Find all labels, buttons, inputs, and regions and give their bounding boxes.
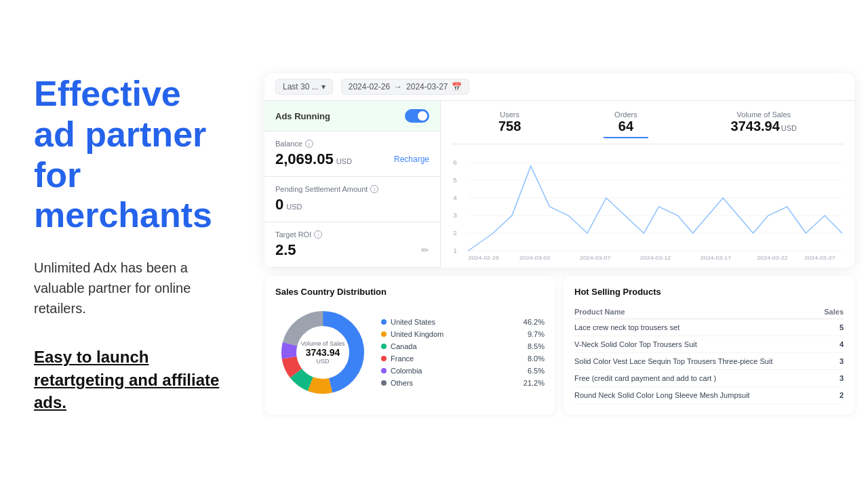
legend-name: Canada xyxy=(381,342,528,350)
pending-label: Pending Settlement Amount i xyxy=(275,185,429,193)
donut-chart: Volume of Sales 3743.94 USD xyxy=(275,305,370,400)
stat-volume: Volume of Sales 3743.94 USD xyxy=(720,108,808,138)
top-bar: Last 30 ... ▾ 2024-02-26 → 2024-03-27 📅 xyxy=(264,73,854,101)
left-panel: Effective ad partner for merchants Unlim… xyxy=(0,47,258,441)
recharge-button[interactable]: Recharge xyxy=(394,155,429,164)
legend-pct: 8.5% xyxy=(528,342,545,350)
product-sales: 4 xyxy=(819,336,844,353)
legend-dot xyxy=(381,380,387,386)
table-row: Free (credit card payment and add to car… xyxy=(574,370,844,387)
target-roi-label: Target ROI i xyxy=(275,230,429,239)
col-sales-header: Sales xyxy=(819,305,844,319)
distribution-legend: United States 46.2% United Kingdom 9.7% … xyxy=(381,318,545,387)
legend-dot xyxy=(381,331,387,337)
ads-running-bar: Ads Running xyxy=(264,101,440,131)
chevron-down-icon: ▾ xyxy=(321,82,326,92)
edit-icon[interactable]: ✏ xyxy=(421,245,429,256)
svg-text:2024-03-27: 2024-03-27 xyxy=(804,254,835,260)
balance-info-icon[interactable]: i xyxy=(305,140,313,148)
donut-label-text: Volume of Sales xyxy=(300,340,344,347)
svg-text:2024-02-26: 2024-02-26 xyxy=(468,254,499,260)
legend-item: Canada 8.5% xyxy=(381,342,545,350)
date-from: 2024-02-26 xyxy=(349,82,390,92)
users-value: 758 xyxy=(498,119,521,134)
line-chart: 6 5 4 3 2 1 xyxy=(452,152,844,261)
legend-dot xyxy=(381,368,387,373)
hot-products-card: Hot Selling Products Product Name Sales … xyxy=(564,276,854,415)
target-roi-info-icon[interactable]: i xyxy=(314,230,322,239)
legend-name: Colombia xyxy=(381,367,528,375)
product-name: V-Neck Solid Color Top Trousers Suit xyxy=(574,336,819,353)
legend-pct: 9.7% xyxy=(528,330,545,338)
bottom-section: Sales Country Distribution xyxy=(264,276,854,415)
dashboard-card: Last 30 ... ▾ 2024-02-26 → 2024-03-27 📅 … xyxy=(264,73,854,268)
orders-label: Orders xyxy=(614,110,637,119)
legend-dot xyxy=(381,356,387,361)
pending-value: 0 USD xyxy=(275,196,429,214)
donut-label: Volume of Sales 3743.94 USD xyxy=(300,340,344,365)
product-sales: 5 xyxy=(819,319,844,336)
pending-info-icon[interactable]: i xyxy=(370,185,378,193)
balance-row: 2,069.05 USD Recharge xyxy=(275,150,429,168)
product-sales: 3 xyxy=(819,370,844,387)
filter-label: Last 30 ... xyxy=(283,82,319,92)
legend-pct: 21.2% xyxy=(524,379,545,387)
stat-orders: Orders 64 xyxy=(604,108,648,138)
cta-link[interactable]: Easy to launch retartgeting and affiliat… xyxy=(34,346,231,414)
balance-label: Balance i xyxy=(275,140,429,148)
svg-text:2024-03-17: 2024-03-17 xyxy=(701,254,732,260)
distribution-body: Volume of Sales 3743.94 USD United State… xyxy=(275,305,545,400)
legend-dot xyxy=(381,319,387,325)
svg-text:6: 6 xyxy=(453,159,457,165)
target-roi-widget: Target ROI i 2.5 ✏ xyxy=(264,222,440,268)
col-product-header: Product Name xyxy=(574,305,819,319)
description: Unlimited Adx has been a valuable partne… xyxy=(34,258,231,319)
product-name: Lace crew neck top trousers set xyxy=(574,319,819,336)
table-row: Round Neck Solid Color Long Sleeve Mesh … xyxy=(574,387,844,404)
svg-text:2024-03-12: 2024-03-12 xyxy=(640,254,671,260)
balance-widget: Balance i 2,069.05 USD Recharge xyxy=(264,131,440,177)
legend-item: Others 21.2% xyxy=(381,379,545,387)
svg-text:5: 5 xyxy=(453,176,457,183)
pending-settlement-widget: Pending Settlement Amount i 0 USD xyxy=(264,177,440,222)
legend-pct: 46.2% xyxy=(524,318,545,326)
distribution-title: Sales Country Distribution xyxy=(275,287,545,297)
users-label: Users xyxy=(498,110,521,119)
right-panel: Last 30 ... ▾ 2024-02-26 → 2024-03-27 📅 … xyxy=(258,0,868,488)
legend-name: United States xyxy=(381,318,524,326)
calendar-icon: 📅 xyxy=(452,82,462,92)
product-name: Round Neck Solid Color Long Sleeve Mesh … xyxy=(574,387,819,404)
ads-running-label: Ads Running xyxy=(275,111,330,121)
volume-label: Volume of Sales xyxy=(731,110,797,119)
svg-text:4: 4 xyxy=(453,194,457,201)
left-widgets: Ads Running Balance i 2,069.05 USD Rec xyxy=(264,101,441,268)
stat-users: Users 758 xyxy=(488,108,532,138)
legend-item: France 8.0% xyxy=(381,354,545,363)
ads-running-toggle[interactable] xyxy=(405,109,429,123)
products-table: Product Name Sales Lace crew neck top tr… xyxy=(574,305,844,404)
table-row: Solid Color Vest Lace Sequin Top Trouser… xyxy=(574,353,844,370)
legend-pct: 8.0% xyxy=(528,354,545,363)
legend-item: Colombia 6.5% xyxy=(381,367,545,375)
legend-item: United States 46.2% xyxy=(381,318,545,326)
table-row: V-Neck Solid Color Top Trousers Suit 4 xyxy=(574,336,844,353)
right-chart: Users 758 Orders 64 Volume of Sales xyxy=(441,101,854,268)
table-row: Lace crew neck top trousers set 5 xyxy=(574,319,844,336)
dashboard-body: Ads Running Balance i 2,069.05 USD Rec xyxy=(264,101,854,268)
volume-value: 3743.94 USD xyxy=(731,119,797,134)
legend-name: United Kingdom xyxy=(381,330,528,338)
date-filter-dropdown[interactable]: Last 30 ... ▾ xyxy=(275,79,333,95)
target-roi-row: 2.5 ✏ xyxy=(275,241,429,259)
orders-value: 64 xyxy=(614,119,637,134)
date-range-picker[interactable]: 2024-02-26 → 2024-03-27 📅 xyxy=(341,79,470,95)
svg-text:3: 3 xyxy=(453,211,457,218)
svg-text:2024-03-07: 2024-03-07 xyxy=(580,254,611,260)
donut-label-value: 3743.94 xyxy=(300,347,344,358)
product-name: Free (credit card payment and add to car… xyxy=(574,370,819,387)
legend-name: France xyxy=(381,354,528,363)
target-roi-value: 2.5 xyxy=(275,241,296,259)
balance-value: 2,069.05 USD xyxy=(275,150,352,168)
svg-text:1: 1 xyxy=(453,247,457,253)
arrow-icon: → xyxy=(394,82,402,92)
legend-pct: 6.5% xyxy=(528,367,545,375)
